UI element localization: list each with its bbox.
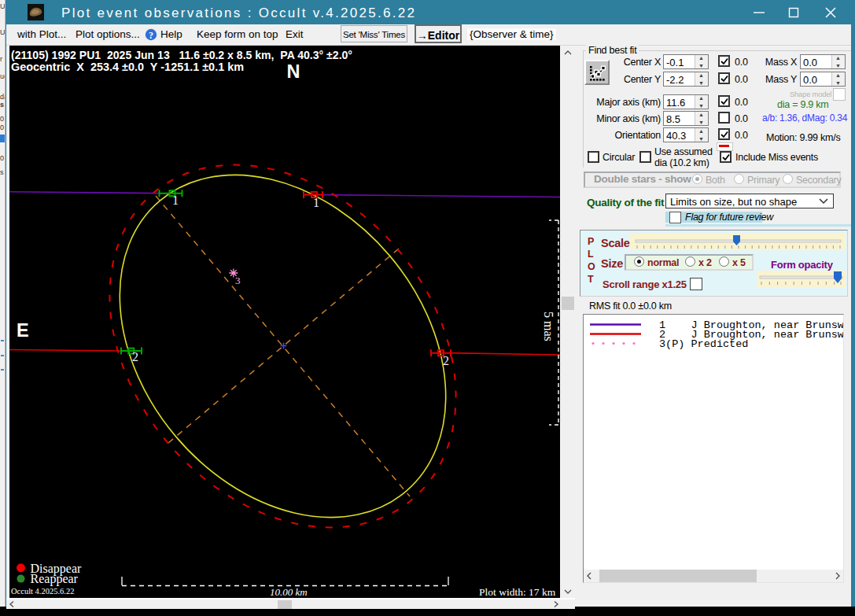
svg-text:Reappear: Reappear: [31, 572, 79, 586]
svg-text:2: 2: [443, 354, 449, 367]
svg-text:3(P) Predicted: 3(P) Predicted: [659, 338, 748, 350]
svg-text:E: E: [17, 320, 29, 341]
svg-text:(21105) 1992 PU1 2025 Jun 13: (21105) 1992 PU1 2025 Jun 13 11.6 ±0.2 x…: [11, 49, 352, 61]
svg-text:Occult 4.2025.6.22: Occult 4.2025.6.22: [11, 587, 75, 596]
svg-text:Plot width: 17 km: Plot width: 17 km: [479, 586, 556, 598]
svg-text:10.00 km: 10.00 km: [270, 586, 308, 598]
svg-text:?: ?: [149, 30, 153, 41]
svg-text:3: 3: [235, 275, 241, 286]
svg-text:Geocentric X 253.4 ±0.0 Y -: Geocentric X 253.4 ±0.0 Y -1251.1 ±0.1 k…: [11, 61, 244, 73]
svg-text:N: N: [287, 61, 300, 82]
svg-text:1: 1: [313, 196, 319, 209]
svg-text:2: 2: [132, 350, 138, 363]
svg-text:1: 1: [172, 194, 179, 207]
svg-text:5 mas: 5 mas: [542, 312, 555, 341]
